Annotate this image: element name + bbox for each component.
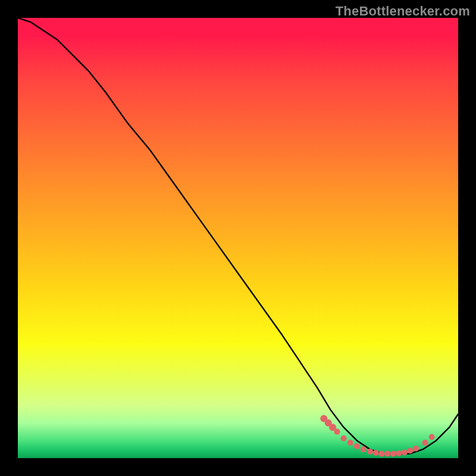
curve-marker [402, 449, 408, 455]
curve-marker [373, 450, 379, 456]
curve-svg [18, 18, 458, 458]
curve-marker [396, 450, 402, 456]
curve-marker [334, 429, 340, 435]
curve-marker [341, 436, 347, 441]
curve-marker [390, 451, 396, 457]
curve-marker [378, 451, 384, 457]
curve-marker [367, 449, 373, 455]
plot-area [18, 18, 458, 458]
curve-marker [429, 434, 435, 440]
curve-marker [361, 446, 367, 452]
curve-marker [347, 440, 353, 446]
curve-marker [384, 451, 390, 457]
curve-marker [407, 447, 413, 453]
curve-marker [354, 443, 360, 449]
bottleneck-curve [18, 18, 458, 454]
watermark-text: TheBottlenecker.com [336, 4, 470, 19]
chart-stage: TheBottlenecker.com [0, 0, 476, 476]
curve-markers [320, 415, 434, 456]
curve-marker [413, 446, 419, 452]
curve-marker [422, 440, 428, 446]
